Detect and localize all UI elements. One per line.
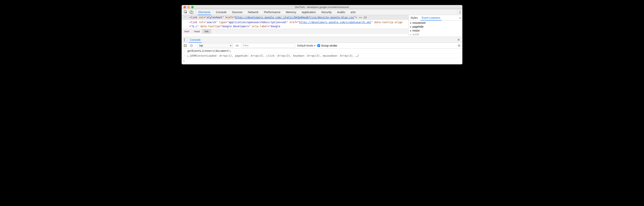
gutter [182, 20, 188, 29]
window-title: DevTools - developers.google.com/web/sho… [182, 6, 462, 9]
inspect-element-icon[interactable] [184, 11, 188, 14]
titlebar: DevTools - developers.google.com/web/sho… [182, 5, 462, 9]
tab-memory[interactable]: Memory [283, 9, 299, 15]
chevron-down-icon: ▾ [314, 44, 316, 47]
tab-elements[interactable]: Elements [196, 9, 213, 15]
dom-tree[interactable]: ⋯ <link rel="stylesheet" href="https://d… [182, 15, 408, 29]
breadcrumb-head[interactable]: head [192, 29, 202, 34]
sidebar-tab-event-listeners[interactable]: Event Listeners [420, 15, 442, 20]
tab-axe[interactable]: aXe [348, 9, 358, 15]
panel-tabs: Elements Console Sources Network Perform… [196, 9, 358, 15]
main-split: ⋯ <link rel="stylesheet" href="https://d… [182, 15, 462, 37]
console-settings-icon[interactable] [457, 44, 461, 47]
dom-node-selected[interactable]: ⋯ <link rel="stylesheet" href="https://d… [182, 15, 408, 20]
elements-panel: ⋯ <link rel="stylesheet" href="https://d… [182, 15, 408, 37]
prompt-chevron-icon: › [183, 59, 185, 62]
breadcrumb: html head link [182, 29, 408, 34]
more-options-icon[interactable] [460, 11, 460, 14]
group-similar-checkbox[interactable]: Group similar [317, 44, 337, 47]
elements-sidebar: Styles Event Listeners » ▶mouseover ▶pag… [408, 15, 462, 37]
console-drawer: Console ✕ top ▾ Filter Default levels [182, 37, 462, 64]
expand-icon: ▶ [410, 33, 412, 36]
device-toolbar-icon[interactable] [190, 11, 193, 14]
drawer-options-icon[interactable] [182, 37, 187, 43]
console-toolbar: top ▾ Filter Default levels ▾ Group simi… [182, 43, 462, 49]
svg-point-7 [458, 45, 460, 46]
chevron-down-icon: ▾ [230, 44, 232, 47]
main-toolbar: Elements Console Sources Network Perform… [182, 9, 462, 15]
drawer-tabs: Console ✕ [182, 37, 462, 43]
group-similar-label: Group similar [321, 44, 337, 47]
console-prompt[interactable]: › [182, 58, 462, 64]
console-result: ▶{DOMContentLoaded: Array(1), pagehide: … [188, 54, 359, 57]
event-listeners-list: ▶mouseover ▶pagehide ▶resize ▶scroll [408, 21, 462, 37]
log-levels-selector[interactable]: Default levels ▾ [297, 44, 316, 47]
expand-icon: ▶ [410, 30, 412, 32]
listener-resize[interactable]: ▶resize [408, 29, 462, 33]
svg-rect-2 [191, 11, 193, 14]
sidebar-tab-styles[interactable]: Styles [408, 15, 420, 20]
drawer-close-icon[interactable]: ✕ [455, 37, 462, 43]
listener-scroll[interactable]: ▶scroll [408, 33, 462, 36]
window-controls [184, 6, 194, 8]
toolbar-left [182, 9, 196, 15]
breadcrumb-html[interactable]: html [182, 29, 192, 34]
close-window-button[interactable] [184, 6, 186, 8]
tab-application[interactable]: Application [299, 9, 318, 15]
group-similar-input[interactable] [317, 44, 320, 47]
console-input-row[interactable]: › getEventListeners(document); [182, 49, 462, 53]
tab-sources[interactable]: Sources [229, 9, 245, 15]
breadcrumb-link[interactable]: link [202, 29, 211, 34]
expand-icon: ▶ [410, 26, 412, 28]
tab-network[interactable]: Network [245, 9, 261, 15]
dom-node[interactable]: <link rel="search" type="application/ope… [182, 20, 408, 29]
clear-console-icon[interactable] [189, 43, 194, 48]
console-output-row[interactable]: › ▶{DOMContentLoaded: Array(1), pagehide… [182, 53, 462, 58]
listener-pagehide[interactable]: ▶pagehide [408, 25, 462, 29]
expand-icon[interactable]: ▶ [188, 55, 188, 57]
console-command: getEventListeners(document); [188, 49, 232, 52]
tab-audits[interactable]: Audits [334, 9, 348, 15]
filter-input[interactable]: Filter [241, 43, 295, 48]
dom-node-content: <link rel="stylesheet" href="https://dev… [188, 15, 408, 20]
console-body: › getEventListeners(document); › ▶{DOMCo… [182, 49, 462, 64]
devtools-window: DevTools - developers.google.com/web/sho… [182, 5, 462, 64]
console-sidebar-toggle-icon[interactable] [183, 43, 188, 48]
input-chevron-icon: › [183, 49, 186, 52]
tab-performance[interactable]: Performance [261, 9, 283, 15]
gutter-ellipsis-icon: ⋯ [182, 15, 188, 20]
output-chevron-icon: › [183, 54, 186, 57]
svg-point-6 [237, 45, 238, 46]
context-selector[interactable]: top ▾ [198, 43, 233, 48]
minimize-window-button[interactable] [188, 6, 190, 8]
sidebar-tabs: Styles Event Listeners » [408, 15, 462, 21]
toolbar-right [458, 9, 462, 15]
tab-console[interactable]: Console [213, 9, 229, 15]
zoom-window-button[interactable] [191, 6, 194, 8]
sidebar-more-icon[interactable]: » [458, 16, 462, 19]
tab-security[interactable]: Security [318, 9, 334, 15]
expand-icon: ▶ [410, 22, 412, 24]
listener-mouseover[interactable]: ▶mouseover [408, 21, 462, 25]
dom-node-content: <link rel="search" type="application/ope… [188, 20, 408, 29]
drawer-tab-console[interactable]: Console [187, 37, 203, 43]
eye-icon[interactable] [235, 43, 239, 48]
